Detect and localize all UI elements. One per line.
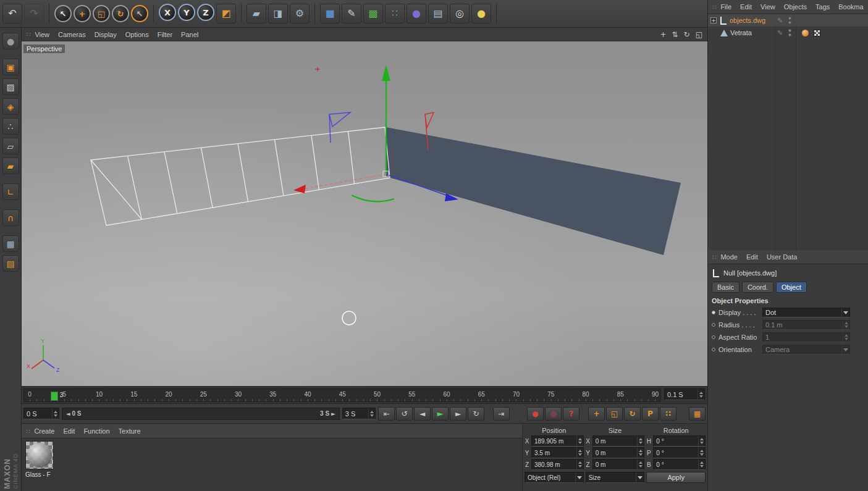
stepper-icon[interactable] [697,389,704,400]
range-start-field[interactable]: 0 S [23,408,59,419]
stepper-icon[interactable] [637,448,644,458]
enable-snap-button[interactable]: ∩ [2,209,19,226]
object-row-vetrata[interactable]: Vetrata✎ [708,27,868,39]
key-rotation-toggle[interactable]: ↻ [624,407,641,421]
phong-tag-icon[interactable] [802,30,809,36]
add-deformer-button[interactable]: ● [407,4,426,23]
polygons-mode-button[interactable]: ▰ [2,157,19,174]
render-view-button[interactable]: ▰ [246,4,266,23]
pan-view-icon[interactable]: + [660,30,666,39]
add-light-button[interactable]: ● [471,4,491,23]
viewport-canvas[interactable]: Y X Z Perspective [22,28,707,386]
menu-bookmarks[interactable]: Bookmarks [838,3,864,10]
stepper-icon[interactable] [576,448,583,458]
position-z-field[interactable]: 380.98 m [531,459,584,470]
menu-options[interactable]: Options [125,31,149,38]
size-y-field[interactable]: 0 m [592,447,645,458]
size-x-field[interactable]: 0 m [592,435,645,447]
menu-cameras[interactable]: Cameras [58,31,86,38]
panel-grip-icon[interactable]: ∷ [712,254,715,261]
edit-toggle-icon[interactable]: ✎ [777,29,783,37]
rotate-tool-button[interactable]: ↻ [112,5,129,22]
object-rel-dropdown[interactable]: Object (Rel) [525,472,584,483]
add-cube-button[interactable]: ■ [320,4,340,23]
wireframe-plane[interactable] [91,127,390,225]
stepper-icon[interactable] [843,321,849,329]
stepper-icon[interactable] [698,448,705,458]
stepper-icon[interactable] [698,436,705,446]
add-environment-button[interactable]: ▤ [428,4,448,23]
menu-tags[interactable]: Tags [815,3,830,10]
record-keyframe-button[interactable]: ● [527,407,544,421]
keyframe-mode-button[interactable]: ? [563,407,579,421]
stepper-icon[interactable] [576,436,583,446]
menu-view[interactable]: View [761,3,775,10]
lock-x-axis-button[interactable]: X [159,4,176,21]
stepper-icon[interactable] [637,436,644,446]
visibility-dots[interactable] [788,17,791,24]
tab-coord[interactable]: Coord. [742,282,773,293]
edit-toggle-icon[interactable]: ✎ [777,17,783,25]
enable-axis-button[interactable]: ∟ [2,183,19,200]
size-z-field[interactable]: 0 m [592,459,645,470]
play-cycle-button[interactable]: ↻ [468,407,484,421]
model-mode-button[interactable]: ▣ [2,59,19,75]
visibility-dots[interactable] [788,29,791,36]
apply-button[interactable]: Apply [646,472,706,483]
render-settings-button[interactable]: ⚙ [290,4,310,23]
texture-tag-icon[interactable] [814,30,820,36]
zoom-view-icon[interactable]: ⇅ [672,30,678,39]
planar-workplane-button[interactable]: ▤ [2,255,19,272]
tab-basic[interactable]: Basic [712,282,739,293]
panel-grip-icon[interactable]: ∷ [26,428,29,435]
add-spline-button[interactable]: ✎ [342,4,361,23]
menu-mode[interactable]: Mode [720,253,738,261]
points-mode-button[interactable]: ∴ [2,118,19,135]
stepper-icon[interactable] [52,408,59,419]
stepper-icon[interactable] [637,460,644,469]
view-label[interactable]: Perspective [23,44,65,53]
stepper-icon[interactable] [368,408,375,419]
panel-grip-icon[interactable]: ∷ [712,4,715,10]
menu-edit[interactable]: Edit [740,3,752,10]
menu-filter[interactable]: Filter [158,31,172,38]
stepper-icon[interactable] [576,460,583,469]
key-pla-toggle[interactable]: ∷ [660,407,676,421]
rotation-p-field[interactable]: 0 ° [653,447,706,458]
menu-function[interactable]: Function [83,427,109,435]
toggle-view-icon[interactable]: ◱ [696,30,702,39]
aspect-ratio-number[interactable]: 1 [762,332,850,342]
rotation-h-field[interactable]: 0 ° [653,435,706,447]
timeline-scrubber[interactable]: ◄ 0 S 3 S ► [62,408,340,420]
display-dropdown[interactable]: Dot [762,308,850,317]
anim-dot-icon[interactable] [712,335,715,339]
move-tool-button[interactable]: + [74,5,91,22]
menu-file[interactable]: File [720,3,731,10]
menu-edit[interactable]: Edit [746,253,758,261]
coordinate-system-button[interactable]: ◩ [216,4,236,23]
menu-view[interactable]: View [35,31,49,38]
key-position-toggle[interactable]: + [588,407,605,421]
add-camera-button[interactable]: ◎ [450,4,470,23]
previous-frame-button[interactable]: ◄ [414,407,431,421]
anim-dot-icon[interactable] [712,323,715,327]
workplane-mode-button[interactable]: ◈ [2,98,19,115]
stepper-icon[interactable] [843,333,849,342]
orientation-dropdown[interactable]: Camera [762,345,850,355]
add-subdivision-surface-button[interactable]: ▩ [363,4,383,23]
rotation-b-field[interactable]: 0 ° [653,459,706,470]
wall-plane[interactable] [386,127,681,255]
live-selection-button[interactable]: ↖ [54,5,72,22]
expand-icon[interactable]: + [710,17,717,23]
undo-button[interactable]: ↶ [2,4,22,23]
anim-dot-icon[interactable] [712,348,715,351]
size-dropdown[interactable]: Size [586,472,645,483]
tab-object[interactable]: Object [776,282,807,293]
render-picture-viewer-button[interactable]: ◨ [268,4,288,23]
workplane-lock-button[interactable]: ▦ [2,235,19,252]
key-scale-toggle[interactable]: ◱ [606,407,623,421]
edges-mode-button[interactable]: ▱ [2,138,19,154]
stepper-icon[interactable] [698,460,705,469]
radius-number[interactable]: 0.1 m [762,320,850,330]
current-frame-marker[interactable] [51,392,58,401]
